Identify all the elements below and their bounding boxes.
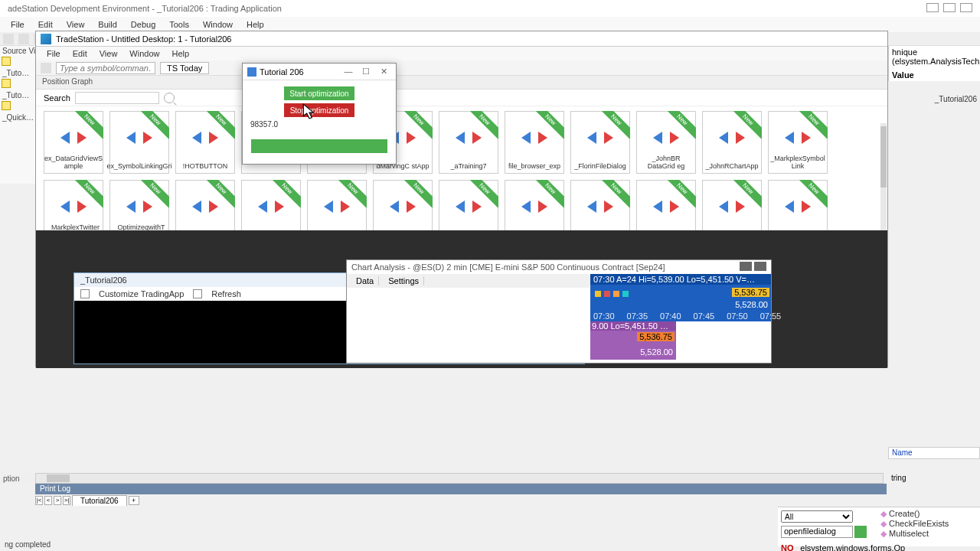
menu-tools[interactable]: Tools [163,18,195,31]
outer-window-controls[interactable] [922,3,972,14]
tile-caption: file_browser_exp [508,162,560,170]
dialog-titlebar: Tutorial 206 — ☐ ✕ [243,64,396,80]
maximize-button[interactable]: ☐ [358,67,374,77]
member-item[interactable]: CheckFileExists [880,519,977,529]
inner-menu-window[interactable]: Window [123,47,165,60]
chart-upper-pane[interactable]: 07:30 A=24 Hi=5,539.00 Lo=5,451.50 V=… 5… [590,274,771,321]
app-tile[interactable]: _JohnRChartApp [702,111,762,174]
symbol-input[interactable] [56,62,155,74]
app-tile[interactable]: _JohnBR DataGrid eg [636,111,696,174]
outer-title: adeStation Development Environment - _Tu… [8,4,282,13]
app-tile[interactable]: ex_DataGridViewS ample [44,111,103,174]
settings-dropdown[interactable]: Settings [384,276,424,285]
axis-value: 5,528.00 [735,300,768,309]
inner-menu-help[interactable]: Help [165,47,195,60]
customize-button[interactable]: Customize TradingApp [99,289,184,298]
footer-tab[interactable]: Tutorial206 [72,495,127,506]
members-list: Create()CheckFileExistsMultiselect [877,507,980,546]
go-button[interactable] [854,526,867,538]
inner-menu-edit[interactable]: Edit [67,47,93,60]
menu-edit[interactable]: Edit [32,18,59,31]
price-label: 5,536.75 [732,288,769,297]
toolbar-icon[interactable] [41,63,51,73]
folder-icon[interactable] [2,101,11,110]
tile-caption: _aTraining7 [450,162,486,170]
tile-caption: _FlorinFileDialog [574,162,626,170]
menu-build[interactable]: Build [92,18,122,31]
technique-label: hnique (elsystem.AnalysisTechnic [892,47,977,66]
menu-window[interactable]: Window [197,18,239,31]
class-input[interactable]: openfiledialog [781,526,853,538]
tree-item[interactable]: _Tuto… [0,68,35,78]
chart-lower-pane[interactable]: 9.00 Lo=5,451.50 … 5,536.75 5,528.00 [590,321,676,360]
toolbar-icon[interactable] [18,34,29,44]
tile-caption: ex_SymbolLinkingGri [106,162,172,170]
refresh-button[interactable]: Refresh [211,289,241,298]
member-item[interactable]: Multiselect [880,529,977,539]
inner-menu-view[interactable]: View [93,47,124,60]
menu-file[interactable]: File [5,18,31,31]
app-tile[interactable]: !HOTBUTTON [175,111,235,174]
start-optimization-button[interactable]: Start optimization [284,86,354,100]
filter-select[interactable]: All [781,510,853,523]
mouse-cursor-icon [302,103,316,120]
app-tile[interactable]: ex_SymbolLinkingGri [109,111,169,174]
tab-nav-next[interactable]: > [54,496,61,505]
search-label: Search [44,93,70,103]
namespace-label: elsystem.windows.forms.Op [800,543,905,551]
panel-title: _Tutorial206 [80,276,127,285]
time-axis: 07:3007:3507:4007:4507:5007:55 [593,311,781,321]
tile-caption: ex_DataGridViewS ample [44,155,103,170]
tab-nav-last[interactable]: >| [63,496,70,505]
app-icon [41,34,51,44]
app-tile[interactable]: _FlorinFileDialog [570,111,630,174]
app-tiles-grid: ex_DataGridViewS ampleex_SymbolLinkingGr… [36,106,887,241]
tab-nav-first[interactable]: |< [35,496,43,505]
inner-titlebar: TradeStation - Untitled Desktop: 1 - Tut… [36,31,887,47]
minimize-button[interactable]: — [341,67,356,76]
tree-item[interactable]: _Quick… [0,112,35,122]
toolbar-icon[interactable] [3,34,14,44]
footer-tabs: |< < > >| Tutorial206 + [35,494,139,507]
chart-window-controls[interactable] [737,262,766,272]
app-tile[interactable]: _aTraining7 [439,111,498,174]
value-item[interactable]: _Tutorial206 [935,95,977,103]
resource-view-panel: Source View _Tuto… _Tuto… _Quick… [0,46,35,184]
properties-panel: hnique (elsystem.AnalysisTechnic Value [888,46,980,81]
app-tile[interactable]: _MarkplexSymbol Link [768,111,828,174]
tile-caption: !HOTBUTTON [183,162,227,170]
horizontal-scrollbar[interactable] [35,473,884,484]
name-header: Name [888,447,980,459]
outer-menubar: File Edit View Build Debug Tools Window … [0,17,980,32]
search-input[interactable] [75,92,159,104]
tring-label: tring [888,473,980,483]
stop-optimization-button[interactable]: Stop optimization [284,103,354,117]
inner-toolbar: TS Today [36,60,887,76]
folder-icon[interactable] [2,79,11,88]
tree-item[interactable]: _Tuto… [0,90,35,100]
namespace-row: NO elsystem.windows.forms.Op [778,543,905,551]
member-item[interactable]: Create() [880,509,977,519]
search-icon[interactable] [164,93,175,103]
add-tab-button[interactable]: + [129,496,139,505]
chart-analysis-panel: Chart Analysis - @ES(D) 2 min [CME] E-mi… [346,259,772,364]
menu-view[interactable]: View [60,18,91,31]
tab-nav-prev[interactable]: < [44,496,52,505]
close-button[interactable]: ✕ [376,67,391,77]
print-log-header[interactable]: Print Log [35,484,887,494]
price-label-2: 5,536.75 [637,332,675,341]
ts-today-button[interactable]: TS Today [160,62,209,74]
data-dropdown[interactable]: Data [351,276,379,285]
description-label: ption [0,473,35,484]
customize-icon [80,289,90,298]
inner-menu-file[interactable]: File [41,47,67,60]
chart-ohlc-row-2: 9.00 Lo=5,451.50 … [590,321,676,331]
chart-title: Chart Analysis - @ES(D) 2 min [CME] E-mi… [351,262,665,272]
refresh-icon [193,289,202,298]
menu-debug[interactable]: Debug [125,18,162,31]
folder-icon[interactable] [2,57,11,66]
menu-help[interactable]: Help [240,18,270,31]
app-tile[interactable]: file_browser_exp [505,111,564,174]
no-badge: NO [781,543,794,551]
optimization-value: 98357.0 [250,120,278,129]
